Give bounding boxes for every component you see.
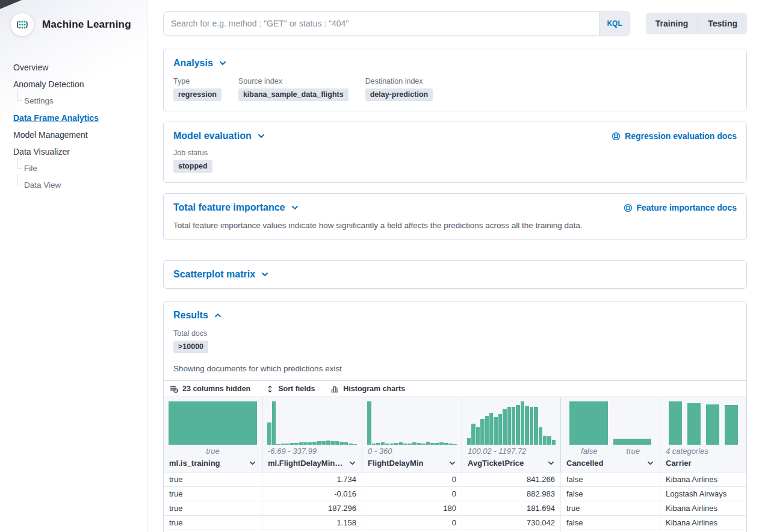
sidebar-item-settings[interactable]: Settings	[0, 93, 147, 110]
model-evaluation-title: Model evaluation	[173, 131, 252, 141]
search-row: KQL Training Testing	[163, 11, 747, 36]
column-header-cancelled[interactable]: falsetrueCancelled	[561, 397, 660, 472]
sidebar-item-file[interactable]: File	[0, 160, 147, 177]
chevron-down-icon	[249, 459, 256, 467]
cell-carrier[interactable]: Kibana Airlines	[660, 472, 746, 486]
columns-hidden-button[interactable]: 23 columns hidden	[170, 385, 250, 393]
chevron-down-icon	[547, 459, 555, 467]
columns-hidden-icon	[170, 385, 178, 393]
cell-flightdelaymin[interactable]: 180	[362, 501, 462, 515]
model-evaluation-accordion-toggle[interactable]: Model evaluation	[173, 131, 265, 141]
cell-avgticketprice[interactable]: 730.042	[462, 516, 561, 530]
source-index-badge: kibana_sample_data_flights	[238, 88, 349, 101]
results-subtitle: Showing documents for which predictions …	[173, 364, 737, 373]
sidebar-nav: OverviewAnomaly DetectionSettingsData Fr…	[0, 42, 147, 194]
field-label: Type	[173, 77, 222, 85]
chevron-down-icon	[448, 459, 456, 467]
sidebar-item-overview[interactable]: Overview	[0, 59, 147, 76]
cell-avgticketprice[interactable]: 882.983	[462, 487, 561, 501]
column-name: AvgTicketPrice	[468, 459, 524, 468]
grid-body: true1.7340841.266falseKibana Airlinestru…	[164, 472, 746, 532]
cell-carrier[interactable]: Logstash Airways	[660, 487, 746, 501]
cell-avgticketprice[interactable]: 841.266	[462, 472, 561, 486]
column-name: ml.FlightDelayMin_prediction	[268, 459, 346, 468]
feature-importance-docs-link[interactable]: Feature importance docs	[624, 203, 737, 212]
field-label: Total docs	[173, 329, 208, 338]
cell-cancelled[interactable]: true	[561, 501, 660, 515]
column-name: Carrier	[666, 459, 692, 468]
total-docs-field: Total docs >10000	[173, 329, 208, 353]
histogram-charts-button[interactable]: Histogram charts	[330, 385, 405, 393]
chevron-down-icon	[218, 59, 227, 67]
analysis-panel: Analysis Type regression Source index ki…	[163, 49, 747, 111]
cell-flightdelaymin[interactable]: 0	[362, 516, 462, 530]
cell-ml-is-training[interactable]: true	[164, 487, 262, 501]
cell-avgticketprice[interactable]: 181.694	[462, 501, 561, 515]
docs-help-icon	[624, 203, 633, 212]
column-header-carrier[interactable]: 4 categoriesCarrier	[660, 397, 746, 472]
cell-carrier[interactable]: Kibana Airlines	[660, 501, 746, 515]
regression-evaluation-docs-link[interactable]: Regression evaluation docs	[612, 131, 737, 141]
column-header-flightdelaymin[interactable]: 0 - 360FlightDelayMin	[362, 397, 462, 472]
sort-fields-button[interactable]: Sort fields	[266, 385, 315, 393]
analysis-accordion-toggle[interactable]: Analysis	[173, 58, 227, 69]
column-header-ml-flightdelaymin-prediction[interactable]: -6.69 - 337.99ml.FlightDelayMin_predicti…	[262, 397, 362, 472]
cell-cancelled[interactable]: false	[561, 516, 660, 530]
feature-importance-description: Total feature importance values indicate…	[173, 221, 737, 230]
results-accordion-toggle[interactable]: Results	[173, 310, 222, 321]
column-histogram	[467, 401, 556, 445]
testing-button[interactable]: Testing	[698, 13, 747, 34]
training-button[interactable]: Training	[646, 13, 698, 34]
field-label: Destination index	[365, 77, 433, 85]
main-content: KQL Training Testing Analysis Type regre…	[147, 0, 759, 532]
chevron-down-icon	[646, 459, 654, 467]
table-row: true1.7340841.266falseKibana Airlines	[164, 472, 746, 487]
analysis-title: Analysis	[173, 58, 213, 69]
column-histogram	[169, 401, 257, 445]
column-header-ml-is-training[interactable]: trueml.is_training	[164, 397, 262, 472]
analysis-type-badge: regression	[173, 88, 222, 101]
scatterplot-matrix-title: Scatterplot matrix	[173, 269, 255, 280]
column-name: FlightDelayMin	[368, 459, 423, 468]
job-status-field: Job status stopped	[173, 149, 212, 173]
grid-toolbar: 23 columns hidden Sort fields Histogram …	[164, 380, 746, 397]
feature-importance-accordion-toggle[interactable]: Total feature importance	[173, 202, 299, 213]
sort-icon	[266, 385, 274, 393]
cell-cancelled[interactable]: false	[561, 487, 660, 501]
sidebar-item-data-view[interactable]: Data View	[0, 177, 147, 194]
column-range-label: 0 - 360	[362, 445, 462, 457]
column-range-label: 4 categories	[660, 445, 746, 457]
chevron-down-icon	[257, 132, 265, 140]
cell-ml-flightdelaymin-prediction[interactable]: 1.734	[262, 472, 362, 486]
sidebar-item-data-visualizer[interactable]: Data Visualizer	[0, 143, 147, 160]
cell-ml-is-training[interactable]: true	[164, 501, 262, 515]
cell-flightdelaymin[interactable]: 0	[362, 487, 462, 501]
column-range-label: -6.69 - 337.99	[262, 445, 362, 457]
scatterplot-matrix-accordion-toggle[interactable]: Scatterplot matrix	[173, 269, 269, 280]
chevron-down-icon	[291, 203, 299, 212]
cell-ml-flightdelaymin-prediction[interactable]: 1.158	[262, 516, 362, 530]
cell-ml-is-training[interactable]: true	[164, 472, 262, 486]
destination-index-badge: delay-prediction	[365, 88, 433, 101]
cell-ml-flightdelaymin-prediction[interactable]: 187.296	[262, 501, 362, 515]
cell-cancelled[interactable]: false	[561, 472, 660, 486]
table-row: true187.296180181.694trueKibana Airlines	[164, 501, 746, 516]
job-status-badge: stopped	[173, 160, 212, 173]
sidebar-item-anomaly-detection[interactable]: Anomaly Detection	[0, 76, 147, 93]
column-range-label: 100.02 - 1197.72	[462, 445, 560, 457]
source-index-field: Source index kibana_sample_data_flights	[238, 77, 349, 101]
table-row: true1.1580730.042falseKibana Airlines	[164, 516, 746, 530]
cell-carrier[interactable]: Kibana Airlines	[660, 516, 746, 530]
column-name: ml.is_training	[169, 459, 220, 468]
cell-ml-is-training[interactable]: true	[164, 516, 262, 530]
column-header-avgticketprice[interactable]: 100.02 - 1197.72AvgTicketPrice	[462, 397, 561, 472]
cell-ml-flightdelaymin-prediction[interactable]: -0.016	[262, 487, 362, 501]
search-input[interactable]	[164, 12, 599, 35]
search-box: KQL	[163, 11, 630, 36]
total-docs-badge: >10000	[173, 341, 208, 353]
docs-help-icon	[612, 132, 621, 141]
sidebar-item-data-frame-analytics[interactable]: Data Frame Analytics	[0, 110, 147, 126]
kql-toggle[interactable]: KQL	[599, 12, 629, 35]
sidebar-item-model-management[interactable]: Model Management	[0, 126, 147, 143]
cell-flightdelaymin[interactable]: 0	[362, 472, 462, 486]
